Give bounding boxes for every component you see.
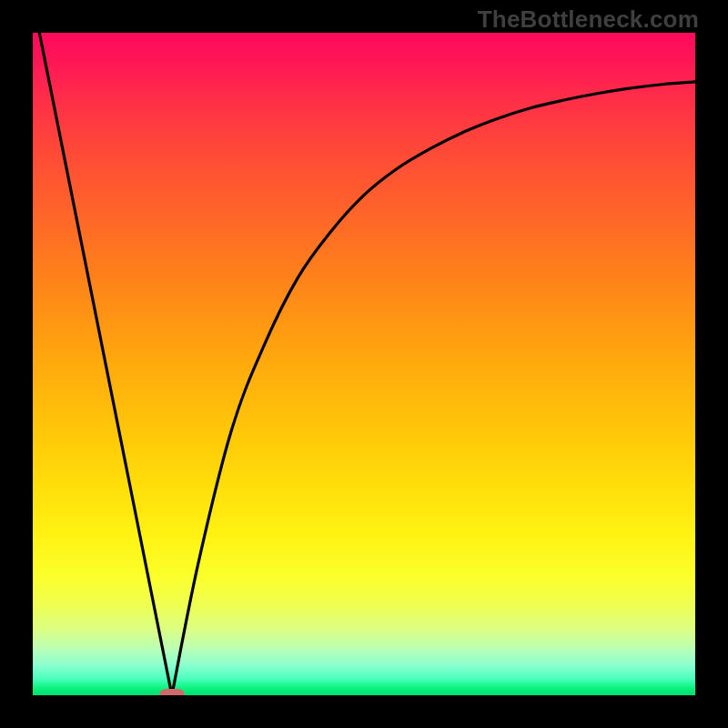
plot-area <box>33 33 695 695</box>
bottleneck-curve <box>33 33 695 695</box>
watermark-text: TheBottleneck.com <box>478 5 699 34</box>
min-point-marker <box>159 689 185 695</box>
curve-path <box>39 33 695 695</box>
